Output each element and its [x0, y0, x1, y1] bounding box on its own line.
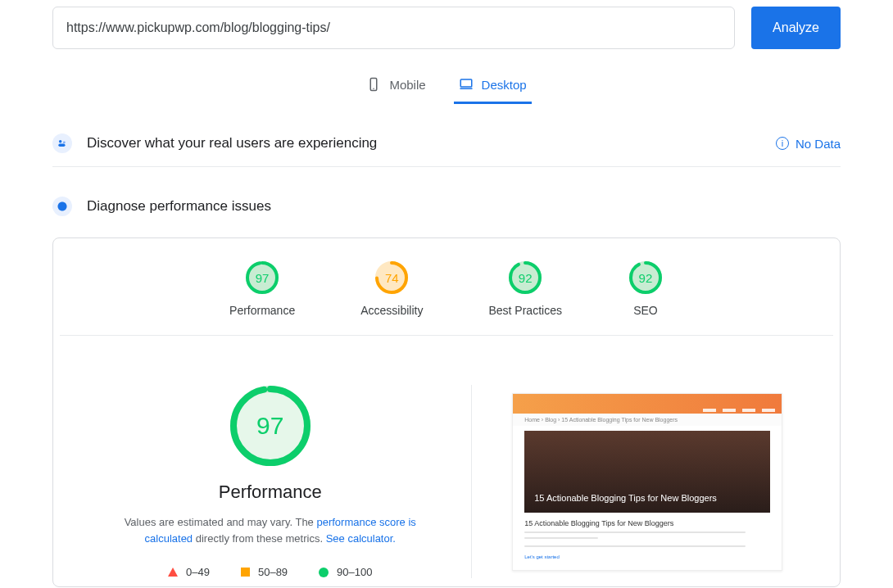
svg-point-4	[59, 140, 62, 143]
svg-rect-2	[460, 79, 472, 87]
tab-label: Mobile	[389, 78, 425, 92]
gauge-label: Accessibility	[360, 304, 423, 317]
gauge-score: 97	[244, 260, 280, 296]
section-title: Diagnose performance issues	[87, 198, 271, 215]
screenshot-hero-title: 15 Actionable Blogging Tips for New Blog…	[534, 492, 717, 504]
gauge-performance[interactable]: 97 Performance	[229, 260, 295, 317]
svg-point-5	[63, 141, 66, 143]
circle-icon	[319, 568, 329, 577]
tab-mobile[interactable]: Mobile	[361, 69, 430, 104]
section-title: Discover what your real users are experi…	[87, 135, 377, 152]
performance-big-gauge: 97	[229, 385, 311, 467]
tab-label: Desktop	[482, 78, 527, 92]
target-icon	[52, 197, 72, 216]
section-discover: Discover what your real users are experi…	[52, 133, 841, 167]
see-calculator-link[interactable]: See calculator.	[326, 532, 396, 545]
gauge-ring: 92	[507, 260, 543, 296]
info-icon: i	[776, 137, 789, 150]
performance-description: Values are estimated and may vary. The p…	[107, 514, 434, 546]
tab-desktop[interactable]: Desktop	[454, 69, 532, 104]
square-icon	[241, 568, 250, 577]
analyze-button[interactable]: Analyze	[751, 7, 841, 49]
svg-rect-6	[58, 144, 65, 147]
gauge-accessibility[interactable]: 74 Accessibility	[360, 260, 423, 317]
gauge-score: 74	[374, 260, 410, 296]
svg-rect-3	[460, 88, 472, 90]
svg-point-1	[374, 88, 375, 90]
gauge-score: 92	[507, 260, 543, 296]
gauge-score: 92	[628, 260, 664, 296]
screenshot-cta: Let's get started	[524, 554, 560, 559]
screenshot-heading: 15 Actionable Blogging Tips for New Blog…	[524, 519, 770, 527]
gauge-label: SEO	[633, 304, 658, 317]
mobile-icon	[366, 77, 381, 92]
performance-title: Performance	[219, 482, 322, 503]
url-input[interactable]	[52, 7, 735, 49]
performance-score: 97	[229, 385, 311, 467]
no-data-link[interactable]: i No Data	[776, 137, 841, 151]
gauge-seo[interactable]: 92 SEO	[628, 260, 664, 317]
gauge-ring: 92	[628, 260, 664, 296]
section-diagnose: Diagnose performance issues	[52, 197, 841, 223]
users-icon	[52, 133, 72, 153]
page-screenshot: Home › Blog › 15 Actionable Blogging Tip…	[512, 393, 782, 571]
gauge-label: Performance	[229, 304, 295, 317]
score-legend: 0–49 50–89 90–100	[168, 566, 372, 578]
gauge-label: Best Practices	[488, 304, 561, 317]
gauge-ring: 74	[374, 260, 410, 296]
gauge-best-practices[interactable]: 92 Best Practices	[488, 260, 561, 317]
diagnose-card: 97 Performance 74 Accessibility 92 Best …	[52, 237, 841, 587]
gauge-ring: 97	[244, 260, 280, 296]
desktop-icon	[459, 77, 474, 92]
screenshot-breadcrumb: Home › Blog › 15 Actionable Blogging Tip…	[513, 414, 782, 426]
triangle-icon	[168, 568, 178, 577]
